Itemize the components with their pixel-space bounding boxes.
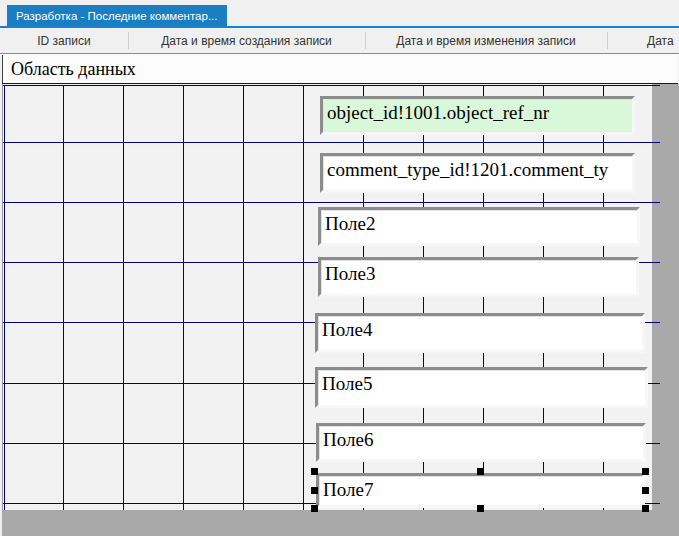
grid-horizontal-line	[3, 85, 660, 86]
column-header-label: Дата и время изменения записи	[396, 34, 575, 48]
grid-vertical-line	[4, 85, 5, 510]
grid-vertical-line	[123, 85, 124, 510]
field-pole4[interactable]: Поле4	[315, 313, 645, 353]
field-label: object_id!1001.object_ref_nr	[323, 99, 632, 125]
selection-handle[interactable]	[311, 505, 318, 512]
grid-vertical-line	[243, 85, 244, 510]
selection-handle[interactable]	[642, 468, 649, 475]
field-label: Поле5	[318, 370, 645, 396]
column-separator	[607, 32, 608, 49]
grid-horizontal-line	[3, 202, 660, 203]
field-label: Поле7	[319, 476, 642, 502]
column-header-created[interactable]: Дата и время создания записи	[128, 28, 365, 53]
grid-vertical-line	[303, 85, 304, 510]
grid-vertical-line	[63, 85, 64, 510]
selection-handle[interactable]	[642, 505, 649, 512]
field-object-ref-nr[interactable]: object_id!1001.object_ref_nr	[320, 96, 635, 135]
column-header-modified[interactable]: Дата и время изменения записи	[365, 28, 607, 53]
field-pole2[interactable]: Поле2	[318, 207, 640, 246]
bottom-margin	[2, 510, 679, 536]
column-header-label: Дата и время создания записи	[161, 34, 332, 48]
column-header-record-id[interactable]: ID записи	[0, 28, 128, 53]
field-label: Поле4	[318, 316, 642, 342]
grid-horizontal-line	[3, 142, 660, 143]
form-designer-tab-label: Разработка - Последние комментар...	[16, 10, 218, 22]
field-pole5[interactable]: Поле5	[315, 367, 648, 408]
form-designer-tab[interactable]: Разработка - Последние комментар...	[7, 5, 227, 26]
field-label: Поле3	[321, 260, 636, 286]
column-header-label: ID записи	[37, 34, 90, 48]
selection-handle[interactable]	[311, 487, 318, 494]
selection-handle[interactable]	[477, 505, 484, 512]
grid-vertical-line	[183, 85, 184, 510]
field-label: comment_type_id!1201.comment_ty	[323, 156, 632, 182]
field-comment-type[interactable]: comment_type_id!1201.comment_ty	[320, 153, 635, 193]
column-header-label: Дата	[647, 34, 674, 48]
selection-handle[interactable]	[477, 468, 484, 475]
selection-handle[interactable]	[642, 487, 649, 494]
selection-handle[interactable]	[311, 468, 318, 475]
field-pole3[interactable]: Поле3	[318, 257, 639, 297]
field-pole6[interactable]: Поле6	[316, 423, 646, 462]
field-label: Поле6	[319, 426, 643, 452]
field-pole7[interactable]: Поле7	[316, 473, 645, 508]
field-label: Поле2	[321, 210, 637, 236]
column-header-row: ID записи Дата и время создания записи Д…	[0, 28, 679, 53]
column-header-clipped[interactable]: Дата	[647, 28, 679, 53]
right-margin	[652, 84, 679, 536]
data-area-label: Область данных	[11, 59, 136, 80]
window-tab-bar: Разработка - Последние комментар...	[0, 0, 679, 28]
data-area-band[interactable]: Область данных	[2, 55, 678, 84]
